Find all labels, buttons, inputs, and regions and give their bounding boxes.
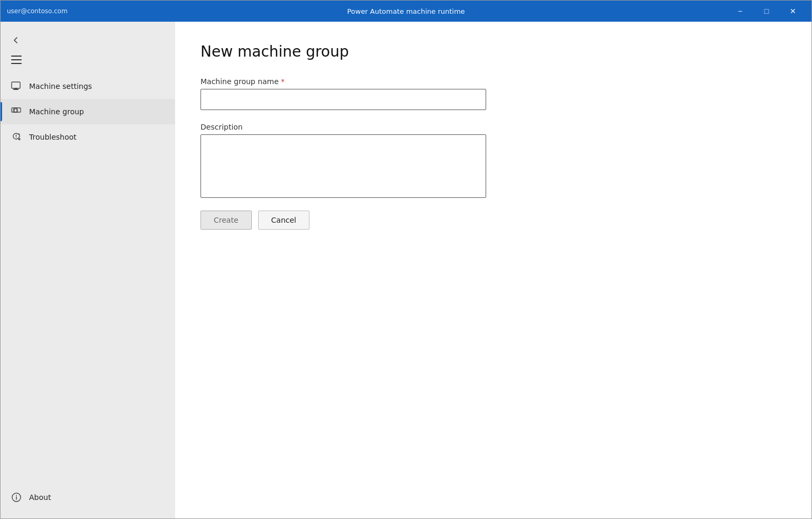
description-input[interactable] [200,134,486,198]
sidebar-item-machine-group[interactable]: Machine group [1,99,175,124]
back-button[interactable] [1,30,175,50]
cancel-button[interactable]: Cancel [258,211,309,230]
sidebar-item-label-troubleshoot: Troubleshoot [29,133,77,141]
sidebar: Machine settings Machine group [1,22,175,518]
sidebar-item-label-machine-group: Machine group [29,107,84,116]
form-group-description: Description [200,123,786,198]
required-star: * [281,77,285,86]
hamburger-icon [11,56,22,64]
form-group-name: Machine group name * [200,77,786,110]
menu-button[interactable] [1,50,175,69]
troubleshoot-icon [11,132,22,142]
sidebar-item-about[interactable]: About [1,485,175,510]
main-content: Machine settings Machine group [1,22,811,518]
sidebar-item-label-machine-settings: Machine settings [29,82,92,90]
back-icon [11,35,21,45]
maximize-button[interactable]: □ [754,3,779,20]
page-title: New machine group [200,43,786,60]
app-title: Power Automate machine runtime [347,7,465,15]
machine-settings-icon [11,81,22,92]
sidebar-nav: Machine settings Machine group [1,74,175,150]
create-button[interactable]: Create [200,211,252,230]
sidebar-item-machine-settings[interactable]: Machine settings [1,74,175,99]
title-bar: user@contoso.com Power Automate machine … [1,1,811,22]
about-icon [11,492,22,503]
form-actions: Create Cancel [200,211,786,230]
svg-rect-4 [13,89,19,90]
sidebar-item-troubleshoot[interactable]: Troubleshoot [1,124,175,150]
svg-rect-5 [15,88,17,89]
minimize-button[interactable]: − [728,3,752,20]
machine-group-icon [11,106,22,117]
content-area: New machine group Machine group name * D… [175,22,811,518]
description-label: Description [200,123,786,131]
sidebar-bottom: About [1,485,175,518]
svg-point-13 [16,495,17,496]
close-button[interactable]: ✕ [781,3,805,20]
svg-rect-1 [11,59,22,60]
user-label: user@contoso.com [7,7,68,15]
sidebar-item-label-about: About [29,493,51,502]
svg-rect-3 [12,82,20,88]
machine-group-name-input[interactable] [200,89,486,110]
name-label: Machine group name * [200,77,786,86]
svg-point-10 [16,137,16,138]
sidebar-top: Machine settings Machine group [1,26,175,154]
svg-rect-2 [11,63,22,64]
svg-rect-0 [11,56,22,57]
app-window: user@contoso.com Power Automate machine … [0,0,812,519]
